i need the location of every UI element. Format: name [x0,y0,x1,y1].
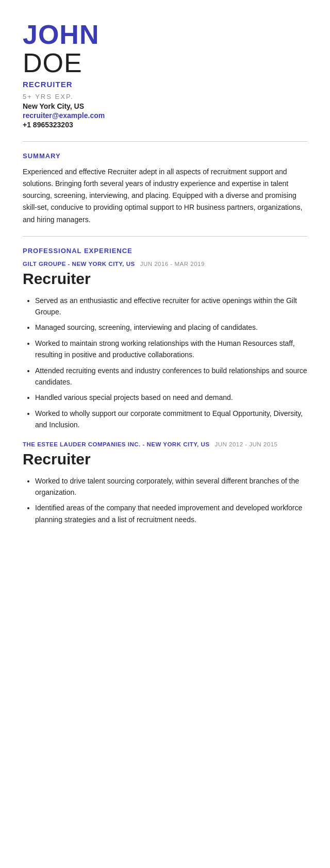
contact-info: 5+ YRS EXP. New York City, US recruiter@… [23,93,307,129]
phone: +1 8965323203 [23,121,307,129]
list-item: Attended recruiting events and industry … [35,365,307,388]
list-item: Handled various special projects based o… [35,392,307,403]
bullet-list-1: Served as an enthusiastic and effective … [23,295,307,431]
location: New York City, US [23,102,307,110]
experience-section: PROFESSIONAL EXPERIENCE GILT GROUPE - NE… [23,247,307,525]
experience-years: 5+ YRS EXP. [23,93,307,101]
job-block-2: THE ESTEE LAUDER COMPANIES INC. - NEW YO… [23,441,307,526]
email: recruiter@example.com [23,111,307,120]
list-item: Worked to maintain strong working relati… [35,338,307,361]
list-item: Worked to drive talent sourcing corporat… [35,475,307,498]
experience-title: PROFESSIONAL EXPERIENCE [23,247,307,255]
header-section: JOHN DOE RECRUITER 5+ YRS EXP. New York … [23,21,307,129]
company-line-2: THE ESTEE LAUDER COMPANIES INC. - NEW YO… [23,441,307,447]
divider-2 [23,236,307,237]
company-dates-1: JUN 2016 - MAR 2019 [140,261,205,267]
summary-title: SUMMARY [23,152,307,160]
list-item: Managed sourcing, screening, interviewin… [35,322,307,333]
divider-1 [23,141,307,142]
summary-section: SUMMARY Experienced and effective Recrui… [23,152,307,225]
summary-text: Experienced and effective Recruiter adep… [23,166,307,225]
job-title-2: Recruiter [23,450,307,468]
company-name-2: THE ESTEE LAUDER COMPANIES INC. - NEW YO… [23,441,209,447]
list-item: Worked to wholly support our corporate c… [35,408,307,431]
list-item: Served as an enthusiastic and effective … [35,295,307,318]
job-block-1: GILT GROUPE - NEW YORK CITY, US JUN 2016… [23,261,307,431]
job-title-header: RECRUITER [23,80,307,89]
company-dates-2: JUN 2012 - JUN 2015 [214,441,277,447]
first-name: JOHN [23,21,307,49]
bullet-list-2: Worked to drive talent sourcing corporat… [23,475,307,526]
last-name: DOE [23,49,307,77]
job-title-1: Recruiter [23,270,307,288]
list-item: Identified areas of the company that nee… [35,502,307,525]
company-line-1: GILT GROUPE - NEW YORK CITY, US JUN 2016… [23,261,307,267]
company-name-1: GILT GROUPE - NEW YORK CITY, US [23,261,135,267]
